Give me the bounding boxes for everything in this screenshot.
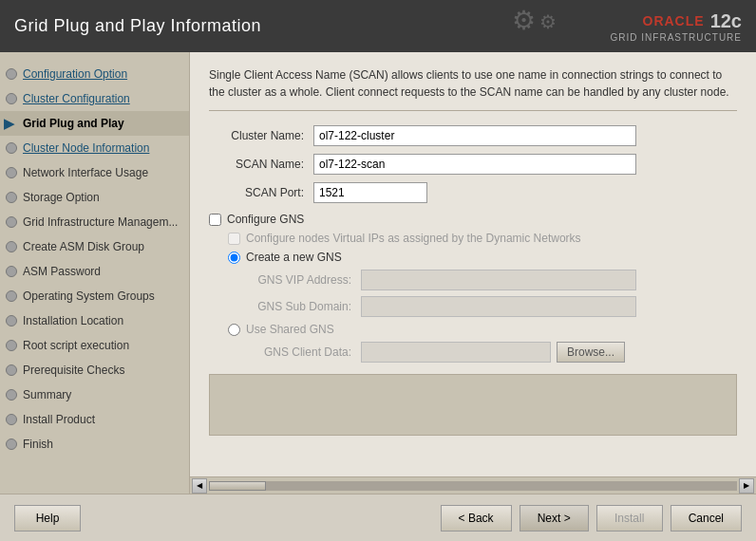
sidebar-item-prerequisite-checks: Prerequisite Checks <box>0 358 189 382</box>
info-text: Single Client Access Name (SCAN) allows … <box>209 66 737 111</box>
cancel-button[interactable]: Cancel <box>671 505 742 532</box>
sidebar-item-label: Configuration Option <box>23 67 127 81</box>
page-title: Grid Plug and Play Information <box>14 16 261 36</box>
sidebar-item-grid-plug-and-play[interactable]: ▶ Grid Plug and Play <box>0 111 189 136</box>
horizontal-scrollbar: ◀ ▶ <box>190 476 756 494</box>
scrollbar-left-arrow[interactable]: ◀ <box>192 478 207 494</box>
sidebar-item-finish: Finish <box>0 432 189 457</box>
oracle-version: 12c <box>710 10 742 32</box>
step-indicator <box>6 192 17 203</box>
configure-gns-row: Configure GNS <box>209 213 737 226</box>
gns-vip-address-row: GNS VIP Address: <box>247 270 737 290</box>
step-indicator <box>6 438 17 450</box>
next-button[interactable]: Next > <box>520 505 589 532</box>
sidebar-item-label: Network Interface Usage <box>23 166 148 179</box>
header: Grid Plug and Play Information ⚙ ⚙ ORACL… <box>0 0 756 52</box>
back-button[interactable]: < Back <box>441 505 512 532</box>
sidebar-item-label: Grid Infrastructure Managem... <box>23 215 178 229</box>
sidebar-item-root-script-execution: Root script execution <box>0 333 189 358</box>
sidebar-item-label: Grid Plug and Play <box>23 117 124 130</box>
log-area <box>209 374 737 436</box>
sidebar-item-label: Installation Location <box>23 314 123 327</box>
gns-section: Configure nodes Virtual IPs as assigned … <box>228 232 737 363</box>
gns-client-data-label: GNS Client Data: <box>247 345 361 359</box>
sidebar: Configuration Option Cluster Configurati… <box>0 52 190 494</box>
create-new-gns-label: Create a new GNS <box>246 251 342 264</box>
cluster-name-row: Cluster Name: <box>209 125 737 146</box>
configure-gns-section: Configure GNS Configure nodes Virtual IP… <box>209 213 737 363</box>
step-indicator <box>6 290 17 302</box>
scan-name-input[interactable] <box>313 154 636 175</box>
oracle-subtitle: GRID INFRASTRUCTURE <box>611 32 742 43</box>
browse-button[interactable]: Browse... <box>557 342 625 363</box>
sidebar-item-label: Summary <box>23 388 71 401</box>
help-button[interactable]: Help <box>14 505 81 532</box>
cluster-name-label: Cluster Name: <box>209 129 313 142</box>
sidebar-item-cluster-configuration[interactable]: Cluster Configuration <box>0 86 189 111</box>
step-indicator <box>6 167 17 178</box>
gear-icon-1: ⚙ <box>512 5 536 36</box>
step-indicator <box>6 93 17 104</box>
gear-decoration: ⚙ ⚙ <box>512 5 557 36</box>
footer-right: < Back Next > Install Cancel <box>441 505 742 532</box>
sidebar-item-label: Create ASM Disk Group <box>23 240 144 253</box>
gns-sub-domain-row: GNS Sub Domain: <box>247 296 737 317</box>
step-indicator <box>6 241 17 252</box>
step-indicator <box>6 414 17 425</box>
sidebar-item-label: Cluster Configuration <box>23 92 130 105</box>
sidebar-item-label: Storage Option <box>23 191 100 204</box>
configure-gns-label: Configure GNS <box>227 213 304 226</box>
sidebar-item-label: Prerequisite Checks <box>23 364 124 377</box>
sidebar-item-label: Cluster Node Information <box>23 141 149 155</box>
gns-vip-address-label: GNS VIP Address: <box>247 273 361 287</box>
gns-vip-address-input[interactable] <box>361 270 636 290</box>
cluster-name-input[interactable] <box>313 125 636 146</box>
scrollbar-right-arrow[interactable]: ▶ <box>739 478 754 494</box>
scan-port-input[interactable] <box>313 182 427 203</box>
sidebar-item-summary: Summary <box>0 382 189 407</box>
step-indicator <box>6 216 17 228</box>
gns-sub-domain-input[interactable] <box>361 296 636 317</box>
step-indicator <box>6 142 17 154</box>
scan-port-label: SCAN Port: <box>209 186 313 199</box>
sidebar-item-create-asm-disk-group: Create ASM Disk Group <box>0 234 189 259</box>
scrollbar-track[interactable] <box>209 481 737 491</box>
step-indicator <box>6 315 17 326</box>
gns-client-data-input[interactable] <box>361 342 551 363</box>
scrollbar-thumb[interactable] <box>209 481 266 491</box>
sidebar-item-grid-infrastructure-management: Grid Infrastructure Managem... <box>0 210 189 234</box>
footer-left: Help <box>14 505 81 532</box>
step-indicator <box>6 340 17 351</box>
install-button[interactable]: Install <box>596 505 663 532</box>
sidebar-item-label: ASM Password <box>23 265 101 278</box>
step-indicator <box>6 364 17 376</box>
gns-sub-domain-label: GNS Sub Domain: <box>247 300 361 313</box>
sidebar-item-operating-system-groups: Operating System Groups <box>0 284 189 308</box>
sidebar-item-label: Finish <box>23 438 53 451</box>
sidebar-item-storage-option: Storage Option <box>0 185 189 210</box>
step-indicator <box>6 389 17 401</box>
gns-client-data-row: GNS Client Data: Browse... <box>247 342 737 363</box>
sidebar-item-cluster-node-information[interactable]: Cluster Node Information <box>0 136 189 160</box>
configure-gns-checkbox[interactable] <box>209 214 221 226</box>
create-new-gns-radio[interactable] <box>228 252 240 264</box>
use-shared-gns-radio[interactable] <box>228 324 240 336</box>
oracle-logo: ORACLE 12c GRID INFRASTRUCTURE <box>611 10 742 43</box>
step-indicator <box>6 68 17 80</box>
sidebar-item-label: Install Product <box>23 413 95 426</box>
gear-icon-2: ⚙ <box>539 10 557 36</box>
sidebar-item-configuration-option[interactable]: Configuration Option <box>0 62 189 86</box>
sidebar-item-network-interface-usage: Network Interface Usage <box>0 160 189 185</box>
sidebar-item-install-product: Install Product <box>0 407 189 432</box>
content-area: Single Client Access Name (SCAN) allows … <box>190 52 756 476</box>
sidebar-item-label: Operating System Groups <box>23 289 155 303</box>
oracle-text: ORACLE <box>643 13 705 28</box>
use-shared-gns-label: Use Shared GNS <box>246 323 334 336</box>
main-layout: Configuration Option Cluster Configurati… <box>0 52 756 494</box>
configure-nodes-vip-label: Configure nodes Virtual IPs as assigned … <box>246 232 581 245</box>
configure-nodes-vip-row: Configure nodes Virtual IPs as assigned … <box>228 232 737 245</box>
configure-nodes-vip-checkbox[interactable] <box>228 233 240 245</box>
sidebar-item-asm-password: ASM Password <box>0 259 189 284</box>
footer: Help < Back Next > Install Cancel <box>0 494 756 541</box>
step-indicator <box>6 266 17 277</box>
